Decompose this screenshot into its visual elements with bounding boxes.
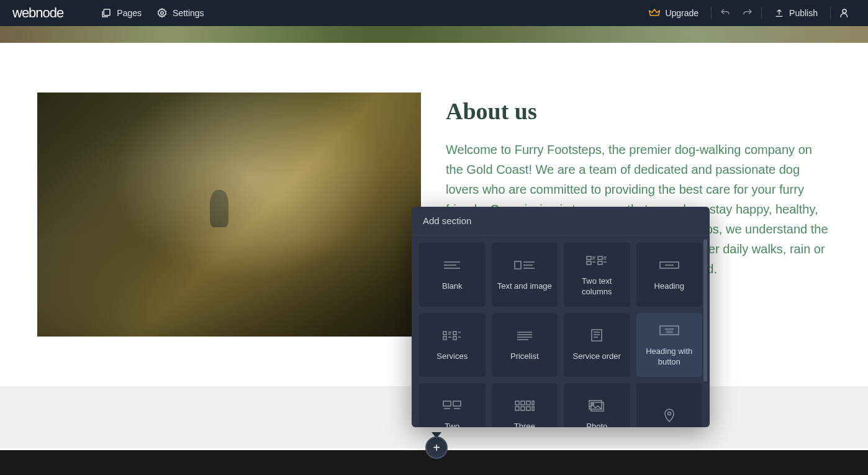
about-heading: About us [446,97,831,125]
section-option-text-and-image[interactable]: Text and image [492,243,558,307]
upgrade-button[interactable]: Upgrade [639,7,708,19]
nav-settings-label: Settings [173,8,204,18]
section-option-label: Photo [586,422,607,427]
section-option-heading[interactable]: Heading [636,243,703,307]
two-cols-icon [586,253,607,268]
section-option-label: Services [436,351,468,362]
svg-rect-0 [104,9,111,16]
svg-point-57 [667,412,671,415]
divider [830,7,831,19]
heading-button-icon [659,323,680,338]
section-option-label: Service order [573,351,621,362]
svg-rect-52 [532,401,534,405]
nav-pages-label: Pages [117,8,142,18]
pricelist-icon [516,328,533,343]
user-icon [839,7,850,19]
svg-rect-44 [453,401,461,406]
publish-label: Publish [789,8,818,18]
nav-left-group: Pages Settings [101,7,204,19]
plus-icon: + [433,441,440,455]
service-order-icon [590,328,603,343]
svg-rect-6 [515,261,521,269]
two-blocks-icon [443,398,461,413]
svg-rect-27 [453,332,456,335]
account-button[interactable] [833,7,856,19]
add-section-button[interactable]: + [425,437,448,459]
pages-icon [101,7,112,19]
gear-icon [156,7,168,19]
nav-settings-button[interactable]: Settings [156,7,204,19]
popover-scrollbar[interactable] [703,239,707,382]
svg-rect-46 [515,401,519,405]
section-option-label: Pricelist [510,351,539,362]
section-option-label: Two text columns [569,276,625,297]
svg-rect-42 [443,401,451,406]
svg-rect-50 [527,401,530,405]
hero-image-strip [0,26,868,43]
svg-rect-10 [587,256,591,260]
text-image-icon [514,258,535,273]
svg-rect-29 [453,337,456,340]
section-options-grid: BlankText and imageTwo text columnsHeadi… [412,235,710,427]
nav-pages-button[interactable]: Pages [101,7,142,19]
svg-rect-53 [532,407,534,410]
svg-rect-25 [443,337,446,340]
popover-title: Add section [412,207,710,235]
crown-icon [649,7,660,19]
heading-icon [659,258,680,273]
photo-icon [588,398,605,413]
brand-logo: webnode [12,5,63,21]
divider [761,7,762,19]
svg-rect-35 [592,330,602,341]
undo-button[interactable] [714,2,736,24]
upgrade-label: Upgrade [665,8,698,18]
svg-point-1 [161,12,164,15]
svg-rect-16 [587,261,591,265]
redo-icon [742,7,753,19]
add-section-popover: Add section BlankText and imageTwo text … [412,207,710,427]
section-option-two[interactable]: Two [419,383,486,427]
section-option-map-pin[interactable] [636,383,703,427]
section-option-blank[interactable]: Blank [419,243,486,307]
upload-icon [774,8,784,18]
svg-rect-39 [660,326,679,335]
svg-rect-41 [666,331,672,333]
svg-rect-48 [521,401,525,405]
svg-rect-51 [527,407,530,410]
section-option-label: Text and image [497,281,552,292]
divider [711,7,712,19]
publish-button[interactable]: Publish [764,8,828,18]
svg-rect-49 [521,407,525,410]
three-blocks-icon [515,398,535,413]
svg-rect-13 [598,256,602,260]
redo-button[interactable] [736,2,759,24]
section-option-label: Three [514,422,535,427]
section-option-service-order[interactable]: Service order [564,313,630,377]
lines-icon [443,258,461,273]
nav-right-group: Upgrade Publish [639,2,856,24]
svg-rect-22 [443,332,446,335]
map-pin-icon [664,408,675,423]
section-option-label: Heading [654,281,684,292]
svg-rect-47 [515,407,519,410]
section-option-label: Blank [442,281,463,292]
about-image[interactable] [37,93,421,337]
section-option-services[interactable]: Services [419,313,486,377]
svg-rect-18 [598,261,602,265]
svg-point-2 [843,9,846,13]
top-navigation-bar: webnode Pages Settings [0,0,868,26]
section-option-pricelist[interactable]: Pricelist [492,313,558,377]
section-option-label: Heading with button [641,346,698,368]
section-option-two-text-columns[interactable]: Two text columns [564,243,630,307]
section-option-photo[interactable]: Photo [564,383,630,427]
section-option-label: Two [445,422,459,427]
section-option-heading-with-button[interactable]: Heading with button [636,313,703,377]
services-icon [443,328,461,343]
undo-icon [720,7,731,19]
section-option-three[interactable]: Three [492,383,558,427]
